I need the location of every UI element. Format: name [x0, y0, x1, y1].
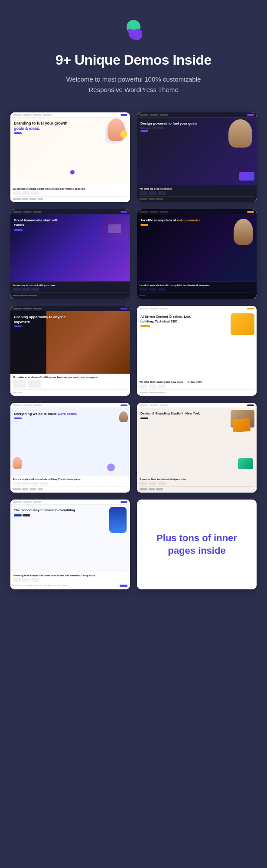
team-overlay	[102, 217, 128, 240]
mockup-bottom-5: No matter what phase of building your bu…	[10, 374, 130, 396]
icon-block	[158, 191, 166, 195]
nav-dot	[13, 404, 22, 406]
icon-block	[158, 288, 166, 291]
mockup-hero-6: AI-Driven Content Creation, Link buildin…	[137, 311, 257, 378]
nav-dot	[13, 308, 22, 309]
mockup-bottom-8: A premier New York based design studio	[137, 476, 257, 493]
card2	[232, 418, 251, 432]
nav-dot	[150, 308, 158, 309]
circle-accent	[107, 464, 115, 471]
nav-dot	[23, 404, 32, 406]
mockup-hero-1: Branding to fuel your growth goals & ide…	[10, 118, 130, 185]
demo7-title: Everything we do to make work better.	[14, 411, 81, 416]
icon-block	[22, 482, 30, 485]
nav-dot	[23, 114, 32, 116]
nav-dot	[33, 211, 42, 213]
icon-block	[13, 482, 21, 485]
purple-card	[239, 172, 254, 181]
icon-block	[149, 191, 156, 195]
icon-block	[40, 482, 48, 485]
nav-dot	[160, 211, 168, 213]
demo-card-7[interactable]: Everything we do to make work better. Fr…	[10, 403, 130, 493]
mockup-bottom-1: We design engaging digital products used…	[10, 185, 130, 202]
divider	[140, 487, 254, 487]
card3	[238, 458, 253, 469]
divider	[13, 196, 127, 197]
icon-block	[140, 191, 147, 195]
brand-logo	[149, 488, 155, 490]
mockup-bottom-2: We offer the best experience	[137, 185, 257, 202]
brand-logo	[156, 488, 163, 490]
demo-card-2[interactable]: Design-powered to fuel your goals Digita…	[137, 112, 257, 202]
nav-dot	[140, 211, 148, 213]
icon-block	[31, 288, 39, 291]
nav-cta	[120, 211, 127, 213]
mockup-nav-4	[137, 209, 257, 214]
phone-image	[109, 507, 127, 533]
nav-cta	[120, 114, 127, 116]
nav-cta	[120, 501, 127, 503]
icon-row	[140, 385, 254, 388]
person1	[13, 457, 22, 469]
demo-card-4[interactable]: An elite ecosystem of entrepreneurs. Lev…	[137, 209, 257, 299]
bottom-sub: We offer	[140, 294, 254, 297]
logos-row	[140, 198, 254, 200]
demo2-title: Design-powered to fuel your goals	[140, 121, 202, 126]
nav-dot	[13, 211, 22, 213]
demo6-btn	[140, 325, 150, 327]
nav-dot	[160, 114, 168, 116]
bottom-sub: Content for maximum conversions	[140, 391, 254, 394]
brand-logo	[140, 198, 147, 200]
nav-dot	[13, 114, 22, 116]
brand-logo	[13, 488, 21, 490]
brand-logo	[29, 198, 36, 200]
mockup-hero-3: Great teamworks start with Pallos.	[10, 214, 130, 281]
icon-block	[31, 482, 39, 485]
icon-block	[140, 482, 147, 485]
brand-logo	[22, 198, 28, 200]
nav-cta	[120, 308, 127, 309]
nav-dot	[43, 114, 52, 116]
demo-card-3[interactable]: Great teamworks start with Pallos. A new…	[10, 209, 130, 299]
svg-point-1	[130, 23, 137, 30]
divider	[140, 293, 254, 293]
nav-dot	[150, 404, 158, 406]
demo-card-5[interactable]: Opening opportunity to anyone, anywhere …	[10, 306, 130, 396]
plus-text: Plus tons of inner pages inside	[148, 523, 246, 566]
purple-blob	[70, 170, 75, 174]
nav-dot	[150, 114, 158, 116]
nav-cta	[247, 114, 254, 116]
demo4-btn	[140, 224, 148, 226]
card-block	[13, 380, 26, 388]
brand-logo	[149, 198, 155, 200]
demo-card-6[interactable]: AI-Driven Content Creation, Link buildin…	[137, 306, 257, 396]
icon-block	[140, 385, 147, 388]
mockup-nav-1	[10, 112, 130, 118]
icon-block	[22, 578, 30, 582]
mockup-bottom-9: Investing from Europe has never been eas…	[10, 572, 130, 589]
brand-logo	[38, 198, 43, 200]
divider	[13, 583, 127, 583]
icon-row	[13, 578, 127, 582]
demo6-title: AI-Driven Content Creation, Link buildin…	[140, 315, 202, 324]
bottom-title: Level up your startup with our guided ac…	[140, 284, 254, 286]
demo-card-8[interactable]: Design & Branding Studio in New York A p…	[137, 403, 257, 493]
nav-cta	[247, 404, 254, 406]
mockup-hero-9: The modern way to invest in everything	[10, 505, 130, 572]
icon-block	[140, 288, 147, 291]
demo7-btn	[14, 418, 22, 419]
bottom-title: A premier New York based design studio	[140, 478, 254, 480]
demo2-btn	[140, 130, 148, 132]
demo-card-9[interactable]: The modern way to invest in everything I…	[10, 500, 130, 589]
nav-dot	[140, 404, 148, 406]
demo5-title: Opening opportunity to anyone, anywhere	[14, 315, 76, 324]
mockup-bottom-7: From a single desk to a whole building. …	[10, 476, 130, 493]
phone-screen	[109, 507, 127, 533]
demo-card-1[interactable]: Branding to fuel your growth goals & ide…	[10, 112, 130, 202]
demo3-btn	[14, 229, 23, 231]
cta-btn	[120, 585, 127, 587]
divider	[13, 487, 127, 487]
bottom-sub: Simplify teamwork for everyone	[13, 294, 127, 297]
bottom-sub: Learn more	[13, 391, 127, 394]
icon-block	[22, 191, 30, 195]
